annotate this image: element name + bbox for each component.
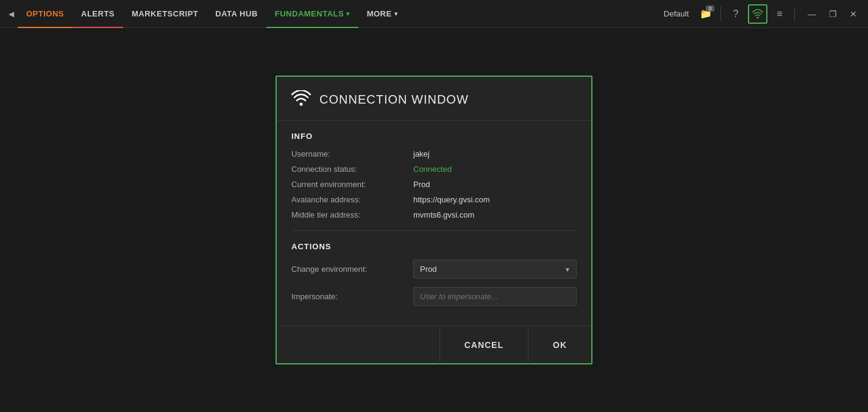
close-button[interactable]: ✕ xyxy=(844,4,863,24)
impersonate-input[interactable] xyxy=(413,287,577,306)
impersonate-label: Impersonate: xyxy=(291,292,413,301)
middletier-value: mvmts6.gvsi.com xyxy=(413,210,474,219)
nav-left: ◀ OPTIONS ALERTS MARKETSCRIPT DATA HUB F… xyxy=(5,0,659,28)
connection-dialog: CONNECTION WINDOW INFO Username: jakej C… xyxy=(276,76,592,364)
svg-point-1 xyxy=(300,103,303,106)
folder-button[interactable]: 📁 0 xyxy=(696,4,716,24)
hamburger-icon: ≡ xyxy=(777,9,782,20)
info-row-middletier: Middle tier address: mvmts6.gvsi.com xyxy=(291,210,577,219)
topbar: ◀ OPTIONS ALERTS MARKETSCRIPT DATA HUB F… xyxy=(0,0,868,28)
section-divider xyxy=(291,230,577,231)
dialog-header: CONNECTION WINDOW xyxy=(277,77,591,121)
minimize-button[interactable]: — xyxy=(802,4,822,24)
env-select[interactable]: Prod Dev QA Staging xyxy=(413,260,577,279)
username-value: jakej xyxy=(413,149,430,158)
fundamentals-dropdown-arrow: ▾ xyxy=(346,10,350,17)
avalanche-value: https://query.gvsi.com xyxy=(413,195,489,204)
wifi-button[interactable] xyxy=(748,4,767,24)
environment-label: Current environment: xyxy=(291,180,413,189)
change-env-label: Change environment: xyxy=(291,265,413,274)
nav-item-datahub[interactable]: DATA HUB xyxy=(207,0,266,28)
info-section-title: INFO xyxy=(291,132,577,141)
cancel-button[interactable]: CANCEL xyxy=(439,326,528,364)
folder-badge: 0 xyxy=(706,5,714,12)
environment-value: Prod xyxy=(413,180,430,189)
window-controls: — ❐ ✕ xyxy=(802,4,863,24)
dialog-wifi-icon xyxy=(291,90,311,109)
dialog-footer: CANCEL OK xyxy=(277,325,591,363)
status-value: Connected xyxy=(413,165,452,174)
profile-label: Default xyxy=(659,9,694,18)
username-label: Username: xyxy=(291,149,413,158)
nav-item-options[interactable]: OPTIONS xyxy=(18,0,73,28)
info-row-avalanche: Avalanche address: https://query.gvsi.co… xyxy=(291,195,577,204)
info-row-environment: Current environment: Prod xyxy=(291,180,577,189)
nav-item-fundamentals[interactable]: FUNDAMENTALS ▾ xyxy=(266,0,358,28)
main-content: CONNECTION WINDOW INFO Username: jakej C… xyxy=(0,28,868,412)
dialog-title: CONNECTION WINDOW xyxy=(319,93,469,107)
actions-section-title: ACTIONS xyxy=(291,242,577,251)
status-label: Connection status: xyxy=(291,165,413,174)
separator-1 xyxy=(720,7,721,21)
action-row-change-env: Change environment: Prod Dev QA Staging xyxy=(291,260,577,279)
nav-item-marketscript[interactable]: MARKETSCRIPT xyxy=(123,0,207,28)
dialog-overlay: CONNECTION WINDOW INFO Username: jakej C… xyxy=(0,28,868,412)
nav-right: Default 📁 0 ? ≡ — ❐ ✕ xyxy=(659,4,863,24)
middletier-label: Middle tier address: xyxy=(291,210,413,219)
svg-point-0 xyxy=(757,16,759,18)
wifi-icon xyxy=(752,9,763,19)
action-row-impersonate: Impersonate: xyxy=(291,287,577,306)
hamburger-button[interactable]: ≡ xyxy=(770,4,789,24)
env-select-wrapper: Prod Dev QA Staging xyxy=(413,260,577,279)
avalanche-label: Avalanche address: xyxy=(291,195,413,204)
more-dropdown-arrow: ▾ xyxy=(394,10,398,17)
nav-item-alerts[interactable]: ALERTS xyxy=(73,0,123,28)
nav-arrow[interactable]: ◀ xyxy=(5,10,18,18)
help-icon: ? xyxy=(733,9,739,20)
actions-section: ACTIONS Change environment: Prod Dev QA … xyxy=(291,242,577,306)
info-row-status: Connection status: Connected xyxy=(291,165,577,174)
impersonate-control xyxy=(413,287,577,306)
restore-button[interactable]: ❐ xyxy=(823,4,842,24)
dialog-body: INFO Username: jakej Connection status: … xyxy=(277,121,591,325)
nav-item-more[interactable]: MORE ▾ xyxy=(358,0,407,28)
ok-button[interactable]: OK xyxy=(528,326,591,364)
help-button[interactable]: ? xyxy=(726,4,745,24)
separator-2 xyxy=(794,7,795,21)
info-row-username: Username: jakej xyxy=(291,149,577,158)
